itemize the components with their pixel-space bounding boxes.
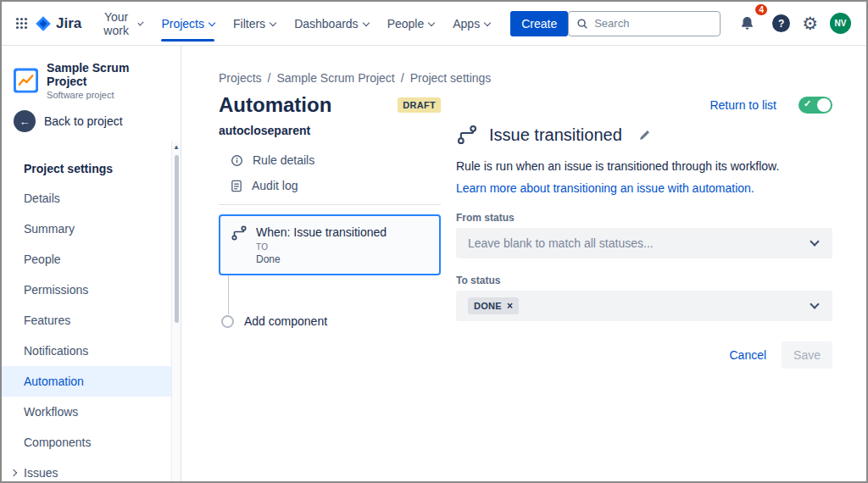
rule-nav: Rule details Audit log (219, 147, 441, 198)
sidebar-item-issues[interactable]: Issues (2, 458, 181, 483)
top-navigation: Jira Your work Projects Filters Dashboar… (2, 2, 866, 46)
sidebar-item-workflows[interactable]: Workflows (2, 397, 181, 427)
rule-editor-layout: autocloseparent Rule details Audit log (219, 124, 832, 369)
status-chip-label: DONE (474, 301, 502, 311)
sidebar-item-label: Workflows (24, 405, 78, 419)
status-chip-done[interactable]: DONE × (468, 297, 519, 314)
nav-dashboards[interactable]: Dashboards (286, 12, 377, 36)
user-avatar[interactable]: NV (830, 13, 851, 34)
sidebar-item-permissions[interactable]: Permissions (2, 275, 181, 305)
project-header: Sample Scrum Project Software project (2, 46, 181, 100)
rule-details-link[interactable]: Rule details (219, 147, 441, 173)
sidebar-item-label: Summary (24, 222, 75, 236)
back-to-project[interactable]: ← Back to project (2, 110, 181, 132)
learn-more-link[interactable]: Learn more about transitioning an issue … (456, 181, 754, 195)
issue-transitioned-icon (231, 225, 248, 242)
trigger-description: Rule is run when an issue is transitione… (456, 159, 832, 173)
notifications-button[interactable]: 4 (734, 10, 760, 36)
page-header: Automation DRAFT Return to list ✓ (219, 93, 832, 117)
info-icon (231, 154, 243, 167)
trigger-component-card[interactable]: When: Issue transitioned TO Done (219, 214, 441, 275)
rule-enabled-toggle[interactable]: ✓ (798, 97, 832, 114)
back-arrow-icon: ← (14, 110, 36, 132)
audit-log-label: Audit log (252, 179, 298, 192)
search-box[interactable] (568, 11, 721, 36)
nav-your-work[interactable]: Your work (90, 5, 151, 42)
chevron-down-icon (810, 299, 819, 308)
add-component-label: Add component (244, 314, 327, 328)
grid-icon (15, 17, 28, 30)
trigger-card-to-value: Done (256, 253, 387, 265)
sidebar-item-label: Notifications (24, 344, 88, 358)
rule-details-label: Rule details (253, 153, 314, 167)
help-button[interactable]: ? (772, 14, 790, 32)
breadcrumb-projects[interactable]: Projects (219, 71, 262, 85)
from-status-select[interactable]: Leave blank to match all statuses... (456, 228, 832, 258)
divider (219, 204, 441, 205)
chevron-down-icon (270, 19, 276, 25)
jira-window: Jira Your work Projects Filters Dashboar… (0, 0, 868, 483)
chevron-right-icon (10, 469, 17, 476)
sidebar-item-components[interactable]: Components (2, 427, 181, 458)
audit-log-icon (231, 180, 242, 192)
nav-dashboards-label: Dashboards (294, 17, 359, 31)
nav-apps[interactable]: Apps (444, 12, 498, 36)
project-header-text: Sample Scrum Project Software project (47, 61, 169, 100)
chevron-down-icon (362, 19, 369, 25)
return-to-list-link[interactable]: Return to list (709, 98, 776, 112)
sidebar-section-heading: Project settings (2, 154, 181, 183)
add-component-node-icon (221, 315, 234, 328)
trigger-editor-panel: Issue transitioned Rule is run when an i… (456, 124, 832, 369)
jira-logo[interactable]: Jira (35, 15, 81, 32)
scrollbar-thumb[interactable] (175, 155, 179, 323)
bell-icon (739, 15, 755, 31)
breadcrumb-project[interactable]: Sample Scrum Project (276, 71, 394, 85)
app-switcher-button[interactable] (10, 12, 33, 35)
cancel-button[interactable]: Cancel (721, 342, 775, 368)
trigger-card-text: When: Issue transitioned TO Done (256, 225, 387, 265)
page-header-actions: Return to list ✓ (709, 97, 832, 114)
chevron-down-icon (484, 19, 491, 25)
to-status-select[interactable]: DONE × (456, 291, 832, 321)
trigger-card-title: When: Issue transitioned (256, 225, 387, 240)
sidebar-item-label: Features (24, 314, 70, 327)
sidebar-menu: Project settings Details Summary People … (2, 154, 181, 483)
toggle-knob (817, 98, 831, 112)
nav-apps-label: Apps (453, 17, 480, 31)
nav-projects[interactable]: Projects (153, 12, 223, 36)
sidebar-item-summary[interactable]: Summary (2, 214, 181, 244)
breadcrumb-separator: / (401, 71, 404, 85)
nav-projects-label: Projects (161, 17, 204, 31)
search-input[interactable] (594, 17, 712, 30)
settings-gear-icon[interactable]: ⚙ (802, 14, 818, 32)
sidebar-item-automation[interactable]: Automation (2, 366, 181, 397)
sidebar-item-people[interactable]: People (2, 244, 181, 275)
sidebar-item-features[interactable]: Features (2, 305, 181, 336)
sidebar-item-label: Issues (24, 466, 58, 480)
add-component-button[interactable]: Add component (219, 314, 441, 328)
audit-log-link[interactable]: Audit log (219, 173, 441, 198)
remove-status-icon[interactable]: × (507, 301, 513, 311)
nav-filters[interactable]: Filters (225, 12, 284, 36)
sidebar-item-label: People (24, 253, 61, 266)
nav-people[interactable]: People (379, 12, 443, 36)
jira-logo-icon (35, 15, 52, 32)
topnav-icons: 4 ? ⚙ NV (734, 10, 851, 36)
chevron-down-icon (810, 236, 819, 246)
check-icon: ✓ (804, 99, 811, 108)
rule-name: autocloseparent (219, 124, 441, 137)
create-button[interactable]: Create (510, 11, 568, 36)
sidebar-item-details[interactable]: Details (2, 183, 181, 214)
chevron-down-icon (138, 19, 144, 25)
save-button[interactable]: Save (782, 341, 832, 369)
sidebar-item-notifications[interactable]: Notifications (2, 336, 181, 366)
breadcrumb-project-settings[interactable]: Project settings (410, 71, 492, 85)
sidebar-item-label: Automation (24, 375, 84, 388)
sidebar-scrollbar[interactable]: ▲ (171, 141, 181, 481)
chevron-down-icon (428, 19, 435, 25)
edit-pencil-icon[interactable] (639, 129, 651, 141)
sidebar-item-label: Permissions (24, 283, 88, 297)
nav-people-label: People (387, 17, 425, 31)
jira-logo-text: Jira (56, 15, 81, 32)
scroll-up-icon[interactable]: ▲ (173, 144, 180, 151)
